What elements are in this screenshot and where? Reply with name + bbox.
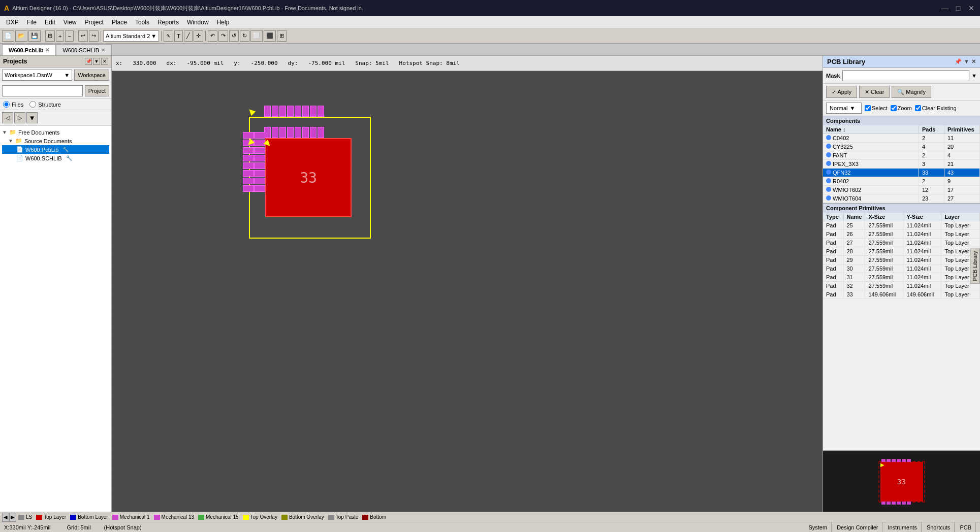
pcb-lib-menu-btn[interactable]: ▼ xyxy=(964,58,969,65)
clear-existing-checkbox[interactable] xyxy=(915,105,921,111)
project-button[interactable]: Project xyxy=(85,85,109,96)
menu-project[interactable]: Project xyxy=(81,18,108,27)
select-checkbox[interactable] xyxy=(865,105,871,111)
close-button[interactable]: ✕ xyxy=(967,4,976,13)
primitive-row-8[interactable]: Pad33149.606mil149.606milTop Layer xyxy=(823,290,980,299)
path-btn1[interactable]: ↶ xyxy=(208,30,217,42)
zoom-fit-btn[interactable]: ⊞ xyxy=(45,30,55,42)
component-row-ipex_3x3[interactable]: IPEX_3X3321 xyxy=(823,160,980,169)
panel-menu-btn[interactable]: ▼ xyxy=(93,58,100,65)
clear-button[interactable]: ✕ Clear xyxy=(859,86,890,98)
menu-dxp[interactable]: DXP xyxy=(2,18,23,27)
primitive-row-6[interactable]: Pad3127.559mil11.024milTop Layer xyxy=(823,273,980,282)
component-row-fant[interactable]: FANT24 xyxy=(823,151,980,160)
layer-next-btn[interactable]: ▶ xyxy=(9,513,16,522)
status-tab-system[interactable]: System xyxy=(804,522,832,533)
mask-dropdown-arrow[interactable]: ▼ xyxy=(971,73,977,79)
mask-input[interactable] xyxy=(842,70,970,81)
menu-window[interactable]: Window xyxy=(183,18,213,27)
route-btn[interactable]: ⊞ xyxy=(277,30,287,42)
status-tab-shortcuts[interactable]: Shortcuts xyxy=(923,522,955,533)
col-name[interactable]: Name ↕ xyxy=(823,125,919,134)
pcb-lib-pin-btn[interactable]: 📌 xyxy=(955,58,962,65)
fill-btn[interactable]: ⬛ xyxy=(264,30,276,42)
tree-more-btn[interactable]: ▼ xyxy=(26,112,38,123)
pcb-canvas[interactable]: 33 ▶ ▶ ▶ xyxy=(112,71,823,512)
maximize-button[interactable]: □ xyxy=(954,4,963,13)
component-row-wmiot602[interactable]: WMIOT6021217 xyxy=(823,186,980,194)
schlib-file-item[interactable]: 📄 W600.SCHLIB 🔧 xyxy=(2,154,109,162)
tree-refresh-btn[interactable]: ▷ xyxy=(14,112,25,123)
status-tab-instruments[interactable]: Instruments xyxy=(883,522,921,533)
zoom-checkbox[interactable] xyxy=(891,105,897,111)
status-tab-pcb[interactable]: PCB xyxy=(956,522,976,533)
col-pads[interactable]: Pads xyxy=(919,125,944,134)
save-btn[interactable]: 💾 xyxy=(28,30,41,42)
component-row-wmiot604[interactable]: WMIOT6042327 xyxy=(823,194,980,203)
new-btn[interactable]: 📄 xyxy=(2,30,14,42)
redo-btn[interactable]: ↪ xyxy=(89,30,99,42)
zoom-in-btn[interactable]: + xyxy=(56,30,64,42)
layer-mech15[interactable]: Mechanical 15 xyxy=(196,512,240,522)
menu-view[interactable]: View xyxy=(59,18,81,27)
status-tab-design[interactable]: Design Compiler xyxy=(833,522,882,533)
files-radio[interactable]: Files xyxy=(3,101,23,108)
primitive-row-3[interactable]: Pad2827.559mil11.024milTop Layer xyxy=(823,247,980,256)
layer-ls[interactable]: LS xyxy=(16,512,34,522)
magnify-button[interactable]: 🔍 Magnify xyxy=(892,86,931,98)
layer-bottom-overlay[interactable]: Bottom Overlay xyxy=(279,512,326,522)
tab-schlib[interactable]: W600.SCHLIB ✕ xyxy=(56,44,112,55)
project-search-input[interactable] xyxy=(2,85,83,96)
undo-btn[interactable]: ↩ xyxy=(78,30,88,42)
path-btn2[interactable]: ↷ xyxy=(218,30,228,42)
tree-add-btn[interactable]: ◁ xyxy=(2,112,13,123)
tab-pcblib[interactable]: W600.PcbLib ✕ xyxy=(2,44,56,55)
close-schlib-tab[interactable]: ✕ xyxy=(101,47,105,53)
zoom-check-label[interactable]: Zoom xyxy=(891,105,912,111)
clear-existing-check-label[interactable]: Clear Existing xyxy=(915,105,957,111)
text-btn[interactable]: T xyxy=(174,30,183,42)
view-dropdown[interactable]: Altium Standard 2 ▼ xyxy=(103,30,159,42)
source-docs-item[interactable]: ▼ 📁 Source Documents xyxy=(2,137,109,145)
move-btn[interactable]: ✛ xyxy=(194,30,203,42)
primitive-row-1[interactable]: Pad2627.559mil11.024milTop Layer xyxy=(823,230,980,239)
apply-button[interactable]: ✓ Apply xyxy=(826,86,857,98)
workspace-dropdown[interactable]: Workspace1.DsnW ▼ xyxy=(2,70,72,81)
path-btn3[interactable]: ↺ xyxy=(229,30,239,42)
primitive-row-5[interactable]: Pad3027.559mil11.024milTop Layer xyxy=(823,264,980,273)
zoom-out-btn[interactable]: − xyxy=(65,30,73,42)
select-check-label[interactable]: Select xyxy=(865,105,888,111)
structure-radio[interactable]: Structure xyxy=(29,101,61,108)
layer-prev-btn[interactable]: ◀ xyxy=(2,513,9,522)
primitive-row-7[interactable]: Pad3227.559mil11.024milTop Layer xyxy=(823,282,980,290)
layer-top[interactable]: Top Layer xyxy=(34,512,68,522)
component-row-r0402[interactable]: R040229 xyxy=(823,177,980,186)
panel-close-btn[interactable]: ✕ xyxy=(101,58,108,65)
layer-bottom[interactable]: Bottom Layer xyxy=(68,512,110,522)
minimize-button[interactable]: — xyxy=(940,4,950,13)
mode-dropdown[interactable]: Normal ▼ xyxy=(826,103,862,114)
component-row-c0402[interactable]: C0402211 xyxy=(823,134,980,143)
workspace-button[interactable]: Workspace xyxy=(74,70,109,81)
col-primitives[interactable]: Primitives xyxy=(944,125,980,134)
menu-edit[interactable]: Edit xyxy=(41,18,59,27)
rect-btn[interactable]: ⬜ xyxy=(250,30,263,42)
pcblib-file-item[interactable]: 📄 W600.PcbLib 🔧 xyxy=(2,145,109,154)
layer-top-paste[interactable]: Top Paste xyxy=(326,512,360,522)
layer-mech1[interactable]: Mechanical 1 xyxy=(110,512,152,522)
component-row-qfn32[interactable]: QFN323343 xyxy=(823,169,980,177)
path-btn4[interactable]: ↻ xyxy=(240,30,249,42)
primitive-row-4[interactable]: Pad2927.559mil11.024milTop Layer xyxy=(823,256,980,264)
close-pcblib-tab[interactable]: ✕ xyxy=(45,47,49,53)
libraries-side-tab[interactable]: PCB Library xyxy=(970,248,980,283)
menu-reports[interactable]: Reports xyxy=(153,18,183,27)
layer-bottom[interactable]: Bottom xyxy=(360,512,388,522)
open-btn[interactable]: 📂 xyxy=(15,30,27,42)
primitive-row-0[interactable]: Pad2527.559mil11.024milTop Layer xyxy=(823,221,980,230)
menu-place[interactable]: Place xyxy=(108,18,131,27)
menu-help[interactable]: Help xyxy=(213,18,234,27)
layer-mech13[interactable]: Mechanical 13 xyxy=(152,512,196,522)
line-btn[interactable]: ╱ xyxy=(184,30,193,42)
component-row-cy3225[interactable]: CY3225420 xyxy=(823,143,980,151)
free-docs-item[interactable]: ▼ 📁 Free Documents xyxy=(2,128,109,137)
